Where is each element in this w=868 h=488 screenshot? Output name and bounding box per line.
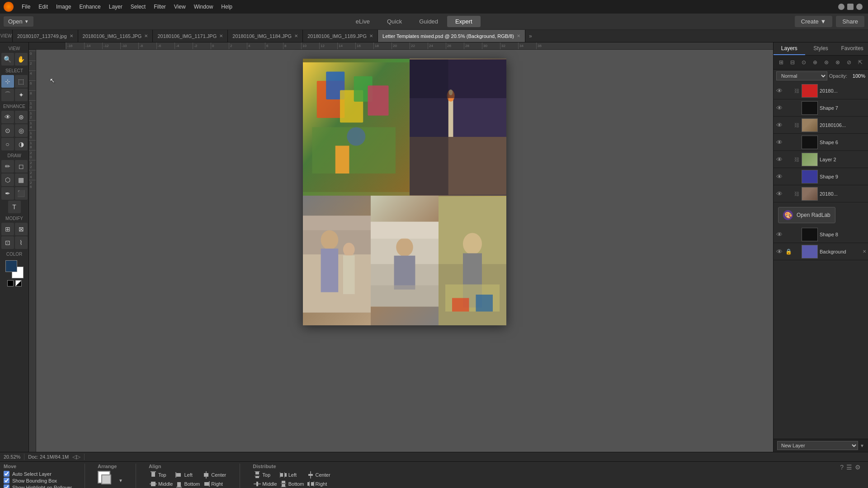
tab-5[interactable]: Letter Templates mixed.psd @ 20.5% (Back… bbox=[378, 30, 525, 42]
dodge-tool[interactable]: ◑ bbox=[15, 138, 28, 150]
layer-item-5[interactable]: 👁 Shape 9 bbox=[774, 168, 868, 185]
mode-quick[interactable]: Quick bbox=[379, 16, 410, 27]
settings-icon[interactable]: ⚙ bbox=[855, 464, 861, 471]
menu-file[interactable]: File bbox=[18, 2, 34, 12]
menu-window[interactable]: Window bbox=[190, 2, 217, 12]
layer-6-visibility-icon[interactable]: 👁 bbox=[775, 190, 783, 197]
show-highlight-checkbox[interactable] bbox=[4, 484, 9, 488]
swap-colors-icon[interactable] bbox=[15, 280, 22, 286]
layer-1-visibility-icon[interactable]: 👁 bbox=[775, 104, 783, 112]
pattern-tool[interactable]: ⬛ bbox=[15, 187, 28, 200]
heal-tool[interactable]: ⊛ bbox=[15, 111, 28, 123]
tab-layers[interactable]: Layers bbox=[774, 42, 805, 55]
menu-help[interactable]: Help bbox=[217, 2, 236, 12]
dist-right-btn[interactable]: Right bbox=[306, 480, 331, 488]
panel-tool-4[interactable]: ⊕ bbox=[810, 57, 820, 67]
menu-image[interactable]: Image bbox=[52, 2, 75, 12]
tab-favorites[interactable]: Favorites bbox=[836, 42, 868, 55]
help-icon[interactable]: ? bbox=[840, 464, 844, 471]
lasso-tool[interactable]: ⌒ bbox=[1, 89, 14, 101]
recompose-tool[interactable]: ⊠ bbox=[15, 223, 28, 235]
align-center-h-btn[interactable]: Center bbox=[202, 471, 227, 479]
clone-tool[interactable]: ⊙ bbox=[1, 124, 14, 137]
minimize-btn[interactable] bbox=[838, 4, 844, 10]
align-left-btn[interactable]: Left bbox=[175, 471, 201, 479]
menu-select[interactable]: Select bbox=[127, 2, 149, 12]
panel-tool-2[interactable]: ⊟ bbox=[788, 57, 797, 67]
pencil-tool[interactable]: ✏ bbox=[1, 160, 14, 173]
layer-item-0[interactable]: 👁 ⛓ 20180... bbox=[774, 82, 868, 99]
tab-0[interactable]: 20180107_113749.jpg ✕ bbox=[13, 30, 78, 42]
mode-guided[interactable]: Guided bbox=[411, 16, 446, 27]
hand-tool[interactable]: ✋ bbox=[15, 53, 28, 66]
menu-view[interactable]: View bbox=[170, 2, 189, 12]
type-tool[interactable]: T bbox=[8, 201, 21, 213]
sponge-tool[interactable]: ○ bbox=[1, 138, 14, 150]
gradient-tool[interactable]: ▦ bbox=[15, 174, 28, 186]
share-button[interactable]: Share bbox=[836, 16, 864, 27]
layer-5-visibility-icon[interactable]: 👁 bbox=[775, 173, 783, 180]
layer-item-2[interactable]: 👁 ⛓ 20180106... bbox=[774, 117, 868, 134]
layer-item-1[interactable]: 👁 Shape 7 bbox=[774, 99, 868, 117]
arrange-front-icon[interactable] bbox=[101, 474, 111, 484]
layer-0-visibility-icon[interactable]: 👁 bbox=[775, 87, 783, 94]
open-radlab-button[interactable]: 🎨 Open RadLab bbox=[778, 207, 835, 223]
tab-2-close[interactable]: ✕ bbox=[219, 33, 223, 38]
layer-item-8[interactable]: 👁 🔒 Background ✕ bbox=[774, 243, 868, 260]
tab-0-close[interactable]: ✕ bbox=[70, 33, 73, 38]
arrange-chevron-icon[interactable]: ▼ bbox=[118, 478, 123, 483]
dist-top-btn[interactable]: Top bbox=[253, 471, 278, 479]
dist-bottom-btn[interactable]: Bottom bbox=[279, 480, 305, 488]
open-button[interactable]: Open ▼ bbox=[4, 16, 33, 27]
align-bottom-btn[interactable]: Bottom bbox=[175, 480, 201, 488]
layer-item-4[interactable]: 👁 ⛓ Layer 2 bbox=[774, 151, 868, 168]
move-tool[interactable]: ⊹ bbox=[1, 75, 14, 88]
layer-item-6[interactable]: 👁 ⛓ 20180... bbox=[774, 185, 868, 202]
dist-left-btn[interactable]: Left bbox=[279, 471, 305, 479]
menu-layer[interactable]: Layer bbox=[105, 2, 126, 12]
tab-2[interactable]: 20180106_IMG_1171.JPG ✕ bbox=[153, 30, 228, 42]
tab-5-close[interactable]: ✕ bbox=[517, 33, 520, 38]
layer-3-visibility-icon[interactable]: 👁 bbox=[775, 139, 783, 146]
foreground-color-swatch[interactable] bbox=[5, 260, 17, 272]
tab-1[interactable]: 20180106_IMG_1165.JPG ✕ bbox=[78, 30, 153, 42]
layer-2-visibility-icon[interactable]: 👁 bbox=[775, 122, 783, 129]
show-bounding-checkbox[interactable] bbox=[4, 478, 9, 483]
tab-3-close[interactable]: ✕ bbox=[294, 33, 298, 38]
layer-item-3[interactable]: 👁 Shape 6 bbox=[774, 134, 868, 151]
eraser-tool[interactable]: ◻ bbox=[15, 160, 28, 173]
create-button[interactable]: Create ▼ bbox=[795, 16, 833, 27]
tab-overflow[interactable]: » bbox=[525, 33, 536, 39]
dist-center-btn[interactable]: Center bbox=[306, 471, 331, 479]
panel-tool-7[interactable]: ⊘ bbox=[844, 57, 854, 67]
crop-tool[interactable]: ⊞ bbox=[1, 223, 14, 235]
mode-elive[interactable]: eLive bbox=[348, 16, 378, 27]
tab-1-close[interactable]: ✕ bbox=[144, 33, 148, 38]
panel-tool-6[interactable]: ⊗ bbox=[833, 57, 843, 67]
menu-filter[interactable]: Filter bbox=[150, 2, 170, 12]
blur-tool[interactable]: ◎ bbox=[15, 124, 28, 137]
new-layer-dropdown[interactable]: New Layer bbox=[777, 441, 858, 450]
list-icon[interactable]: ☰ bbox=[846, 464, 852, 471]
layer-4-visibility-icon[interactable]: 👁 bbox=[775, 156, 783, 163]
panel-expand[interactable]: ⇱ bbox=[855, 57, 865, 67]
layer-7-visibility-icon[interactable]: 👁 bbox=[775, 231, 783, 238]
mode-expert[interactable]: Expert bbox=[447, 16, 481, 27]
marquee-tool[interactable]: ⬚ bbox=[15, 75, 28, 88]
quick-select-tool[interactable]: ✦ bbox=[15, 89, 28, 101]
paint-bucket-tool[interactable]: ⬡ bbox=[1, 174, 14, 186]
layer-8-visibility-icon[interactable]: 👁 bbox=[775, 248, 783, 255]
menu-edit[interactable]: Edit bbox=[35, 2, 52, 12]
smart-brush-tool[interactable]: ✒ bbox=[1, 187, 14, 200]
maximize-btn[interactable] bbox=[847, 4, 854, 10]
auto-select-checkbox[interactable] bbox=[4, 471, 9, 477]
layer-item-7[interactable]: 👁 Shape 8 bbox=[774, 226, 868, 243]
panel-tool-1[interactable]: ⊞ bbox=[776, 57, 786, 67]
tab-3[interactable]: 20180106_IMG_1184.JPG ✕ bbox=[228, 30, 303, 42]
zoom-tool[interactable]: 🔍 bbox=[1, 53, 14, 66]
red-eye-tool[interactable]: 👁 bbox=[1, 111, 14, 123]
tab-4[interactable]: 20180106_IMG_1189.JPG ✕ bbox=[303, 30, 378, 42]
align-right-btn[interactable]: Right bbox=[202, 480, 227, 488]
align-top-btn[interactable]: Top bbox=[149, 471, 174, 479]
straighten-tool[interactable]: ⌇ bbox=[15, 236, 28, 249]
